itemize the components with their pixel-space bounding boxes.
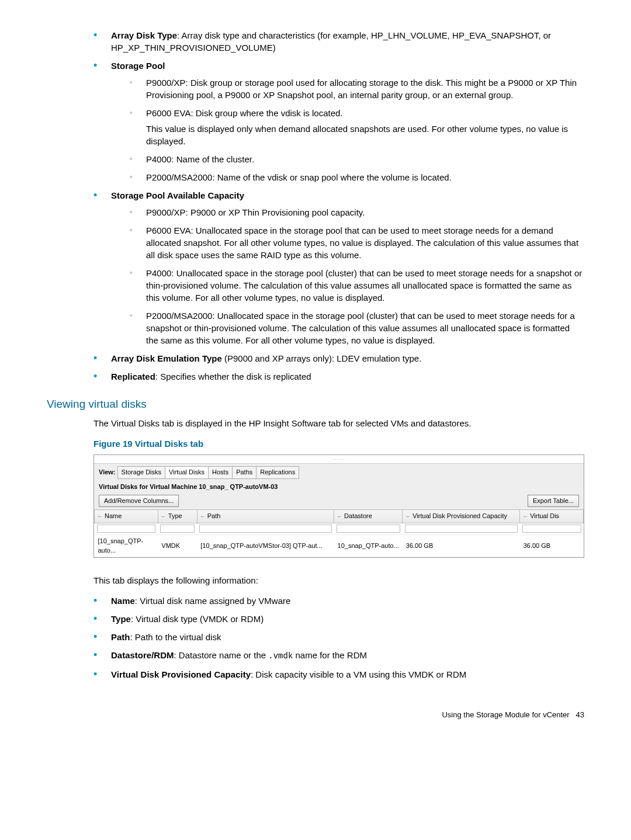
col-virtual-dis[interactable]: ←Virtual Dis: [520, 510, 584, 523]
sort-arrow-icon: ←: [161, 513, 167, 519]
sub-p6000eva: P6000 EVA: Disk group where the vdisk is…: [130, 107, 584, 147]
label: Array Disk Emulation Type: [111, 353, 222, 363]
label: Storage Pool Available Capacity: [111, 190, 244, 200]
view-label: View:: [99, 468, 116, 475]
section-heading: Viewing virtual disks: [47, 397, 584, 412]
filter-vdis[interactable]: [522, 525, 581, 533]
virtual-disks-table: ←Name ←Type ←Path ←Datastore ←Virtual Di…: [94, 509, 584, 557]
col-datastore[interactable]: ←Datastore: [334, 510, 403, 523]
text: : Array disk type and characteristics (f…: [111, 30, 551, 53]
bullet-storage-pool-avail: Storage Pool Available Capacity P9000/XP…: [93, 189, 584, 346]
sub-p9000xp: P9000/XP: Disk group or storage pool use…: [130, 77, 584, 101]
text-b: This value is displayed only when demand…: [146, 123, 584, 147]
filter-prov-cap[interactable]: [405, 525, 518, 533]
col-path[interactable]: ←Path: [197, 510, 334, 523]
sort-arrow-icon: ←: [200, 513, 206, 519]
footer-text: Using the Storage Module for vCenter: [442, 710, 569, 719]
figure-subtitle: Virtual Disks for Virtual Machine 10_sna…: [94, 481, 584, 495]
after-figure-intro: This tab displays the following informat…: [93, 574, 584, 586]
tab-paths[interactable]: Paths: [232, 466, 256, 478]
cell-prov-cap: 36.00 GB: [403, 535, 520, 557]
bullet-array-disk-emu: Array Disk Emulation Type (P9000 and XP …: [93, 352, 584, 365]
tab-hosts[interactable]: Hosts: [208, 466, 233, 478]
item-path: Path: Path to the virtual disk: [93, 631, 584, 643]
cell-vdis: 36.00 GB: [520, 535, 584, 557]
figure-buttons-row: Add/Remove Columns... Export Table...: [94, 495, 584, 509]
label: Storage Pool: [111, 61, 165, 71]
sub-p2000: P2000/MSA2000: Name of the vdisk or snap…: [130, 171, 584, 183]
tab-virtual-disks[interactable]: Virtual Disks: [165, 466, 209, 478]
cell-name: [10_snap_QTP-auto...: [95, 535, 158, 557]
filter-datastore[interactable]: [337, 525, 400, 533]
tab-replications[interactable]: Replications: [256, 466, 299, 478]
figure-virtual-disks-tab: ····· View: Storage DisksVirtual DisksHo…: [93, 454, 584, 558]
item-type: Type: Virtual disk type (VMDK or RDM): [93, 613, 584, 625]
cell-datastore: 10_snap_QTP-auto...: [334, 535, 403, 557]
filter-type[interactable]: [160, 525, 195, 533]
table-header-row: ←Name ←Type ←Path ←Datastore ←Virtual Di…: [95, 510, 584, 523]
table-row[interactable]: [10_snap_QTP-auto... VMDK [10_snap_QTP-a…: [95, 535, 584, 557]
text: : Specifies whether the disk is replicat…: [155, 372, 311, 381]
bullet-storage-pool: Storage Pool P9000/XP: Disk group or sto…: [93, 60, 584, 183]
filter-name[interactable]: [97, 525, 156, 533]
sub-p6000eva: P6000 EVA: Unallocated space in the stor…: [130, 224, 584, 261]
cell-type: VMDK: [158, 535, 197, 557]
filter-path[interactable]: [199, 525, 331, 533]
label: Replicated: [111, 372, 155, 381]
label: Array Disk Type: [111, 30, 177, 40]
section-intro: The Virtual Disks tab is displayed in th…: [93, 417, 584, 429]
drag-handle-icon: ·····: [94, 455, 584, 464]
item-name: Name: Virtual disk name assigned by VMwa…: [93, 595, 584, 607]
sort-arrow-icon: ←: [97, 513, 103, 519]
col-prov-capacity[interactable]: ←Virtual Disk Provisioned Capacity: [403, 510, 520, 523]
text: (P9000 and XP arrays only): LDEV emulati…: [222, 353, 422, 363]
sub-p9000xp: P9000/XP: P9000 or XP Thin Provisioning …: [130, 206, 584, 218]
page-number: 43: [576, 710, 584, 719]
item-prov-cap: Virtual Disk Provisioned Capacity: Disk …: [93, 668, 584, 681]
sort-arrow-icon: ←: [337, 513, 342, 519]
sort-arrow-icon: ←: [405, 513, 411, 519]
after-figure-list: Name: Virtual disk name assigned by VMwa…: [47, 595, 584, 681]
view-tabs-row: View: Storage DisksVirtual DisksHostsPat…: [94, 464, 584, 481]
top-bullet-list: Array Disk Type: Array disk type and cha…: [47, 29, 584, 383]
bullet-replicated: Replicated: Specifies whether the disk i…: [93, 370, 584, 383]
text-a: P6000 EVA: Disk group where the vdisk is…: [146, 108, 343, 118]
figure-caption: Figure 19 Virtual Disks tab: [93, 438, 584, 450]
page-footer: Using the Storage Module for vCenter 43: [47, 710, 584, 720]
storage-pool-sublist: P9000/XP: Disk group or storage pool use…: [111, 77, 584, 183]
sub-p2000: P2000/MSA2000: Unallocated space in the …: [130, 310, 584, 346]
sub-p4000: P4000: Unallocated space in the storage …: [130, 267, 584, 304]
storage-pool-avail-sublist: P9000/XP: P9000 or XP Thin Provisioning …: [111, 206, 584, 346]
table-filter-row: [95, 523, 584, 534]
add-remove-columns-button[interactable]: Add/Remove Columns...: [99, 495, 179, 507]
tab-storage-disks[interactable]: Storage Disks: [117, 466, 165, 478]
cell-path: [10_snap_QTP-autoVMStor-03] QTP-aut...: [197, 535, 334, 557]
col-name[interactable]: ←Name: [95, 510, 158, 523]
export-table-button[interactable]: Export Table...: [528, 495, 579, 507]
sub-p4000: P4000: Name of the cluster.: [130, 153, 584, 165]
col-type[interactable]: ←Type: [158, 510, 197, 523]
sort-arrow-icon: ←: [522, 513, 528, 519]
bullet-array-disk-type: Array Disk Type: Array disk type and cha…: [93, 29, 584, 54]
item-datastore: Datastore/RDM: Datastore name or the .vm…: [93, 649, 584, 662]
